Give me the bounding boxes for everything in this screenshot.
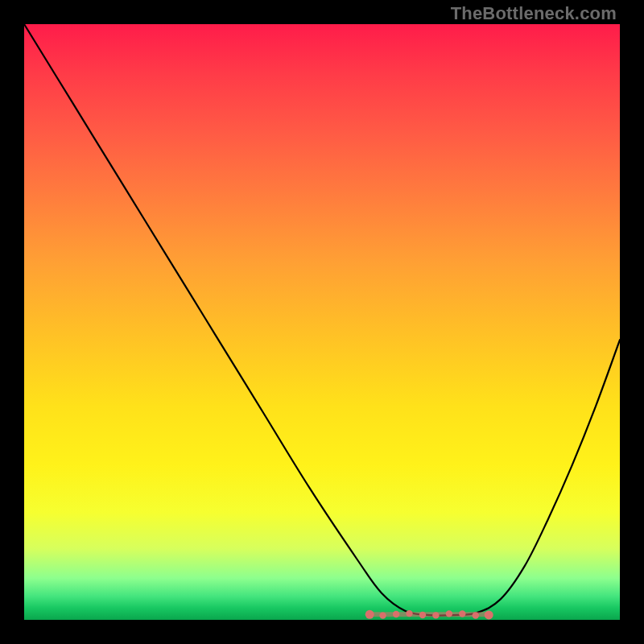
marker-dot <box>379 612 386 618</box>
marker-dot <box>459 610 465 617</box>
marker-dot <box>393 611 399 617</box>
curve-group <box>24 24 620 616</box>
marker-band-group <box>365 610 493 620</box>
marker-dot <box>365 610 374 619</box>
marker-dot <box>446 610 452 617</box>
chart-frame: TheBottleneck.com <box>0 0 644 644</box>
marker-dot <box>473 612 479 618</box>
marker-dot <box>432 612 439 618</box>
watermark-text: TheBottleneck.com <box>451 3 617 24</box>
marker-dot <box>419 612 426 618</box>
marker-dot <box>485 610 493 619</box>
marker-dot <box>406 610 412 617</box>
plot-area <box>24 24 620 620</box>
bottleneck-curve <box>24 24 620 616</box>
chart-svg <box>24 24 620 620</box>
